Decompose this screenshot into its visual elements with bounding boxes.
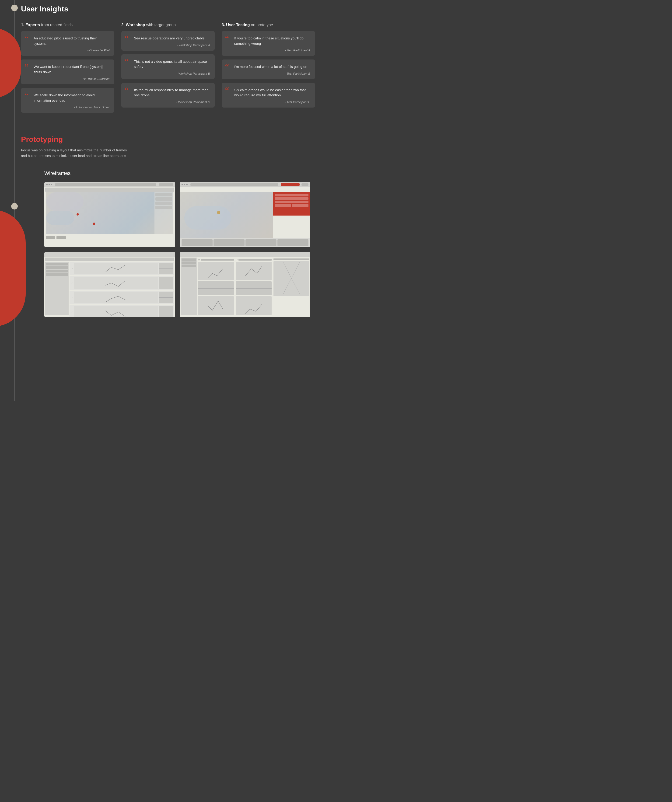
quote-text-2-1: Sea rescue operations are very unpredict… (126, 36, 210, 41)
wf2-red-row-1 (275, 194, 308, 196)
quote-author-1-2: - Air Traffic Controller (26, 77, 110, 81)
wf3-chart-1 (74, 263, 158, 274)
timeline-dot-1 (11, 5, 18, 11)
wf2-bottom-col-3 (246, 239, 277, 246)
wf2-bottom-bar (180, 238, 310, 247)
wf4-chart-2 (198, 296, 234, 315)
quote-text-2-2: This is not a video game, its all about … (126, 59, 210, 70)
wf2-red-row-3 (275, 200, 308, 203)
wf3-sidebar (45, 262, 69, 315)
quote-card-2-3: “ Its too much responsibility to manage … (121, 83, 215, 108)
quote-author-3-3: - Test Participant C (226, 100, 310, 104)
quote-text-1-1: An educated pilot is used to trusting th… (26, 36, 110, 46)
wf4-col-header-3 (274, 259, 309, 260)
insights-column-3: 3. User Testing on prototype “ If you're… (222, 23, 315, 116)
wf4-col-header-1: ↓↑ (198, 259, 234, 261)
insights-grid: 1. Experts from related fields “ An educ… (21, 23, 315, 116)
wf4-chart-3 (236, 262, 272, 280)
wf3-cross-1 (159, 263, 173, 274)
column-header-bold-3: 3. User Testing (222, 23, 250, 27)
wf2-terrain-blob (185, 206, 231, 230)
wf4-chart-1 (198, 262, 234, 280)
wf4-main: ↓↑ (198, 257, 309, 315)
wf1-button-area (44, 234, 175, 241)
wf3-arrow-4: ↓↑ (70, 311, 73, 313)
wf3-sidebar-row-4 (46, 273, 68, 276)
wf2-header (180, 182, 310, 187)
wf3-arrow-3: ↓↑ (70, 296, 73, 299)
timeline-dot-2 (11, 203, 18, 210)
quote-author-2-3: - Workshop Participant C (126, 100, 210, 104)
wireframe-3: ↓↑ ↓↑ (44, 252, 175, 317)
quote-text-2-3: Its too much responsibility to manage mo… (126, 87, 210, 98)
wf4-col-group-1: ↓↑ (198, 257, 234, 315)
wf3-header (44, 252, 175, 257)
wf1-map-area (46, 192, 173, 234)
wf4-chart-4 (236, 296, 272, 315)
wf3-row-4: ↓↑ (70, 305, 174, 317)
wf1-btn-2[interactable] (57, 236, 66, 239)
wf4-sidebar (181, 257, 197, 315)
column-header-bold-1: 1. Experts (21, 23, 40, 27)
wf3-sidebar-row-3 (46, 270, 68, 272)
wf1-dot-b (49, 184, 50, 185)
wf4-cross-2 (236, 281, 272, 295)
quote-card-2-1: “ Sea rescue operations are very unpredi… (121, 31, 215, 51)
wf2-red-panel (273, 192, 310, 215)
wf3-main: ↓↑ ↓↑ (70, 262, 174, 315)
insights-column-1: 1. Experts from related fields “ An educ… (21, 23, 114, 116)
quote-text-3-1: If you're too calm in these situations y… (226, 36, 310, 46)
wf4-col-header-2: ↓↑ (236, 259, 272, 261)
wf3-chart-2 (74, 277, 158, 289)
quote-card-2-2: “ This is not a video game, its all abou… (121, 54, 215, 79)
prototyping-title: Prototyping (21, 135, 315, 144)
wf3-cross-3 (159, 292, 173, 303)
wf4-sidebar-row-1 (181, 259, 196, 261)
wf1-btn-1[interactable] (46, 236, 55, 239)
wf1-panel-row-4 (155, 206, 172, 209)
quote-author-3-2: - Test Participant B (226, 72, 310, 75)
wf3-row-3: ↓↑ (70, 291, 174, 304)
quote-author-3-1: - Test Participant A (226, 49, 310, 52)
wf2-body (180, 187, 310, 247)
wf1-dot-c (51, 184, 52, 185)
quote-card-3-1: “ If you're too calm in these situations… (222, 31, 315, 56)
wf1-dot-a (46, 184, 48, 185)
wf1-panel-row-2 (155, 197, 172, 200)
wf1-header (44, 182, 175, 187)
quote-text-3-2: I'm more focused when a lot of stuff is … (226, 64, 310, 70)
quote-card-3-2: “ I'm more focused when a lot of stuff i… (222, 60, 315, 79)
page-title: User Insights (21, 5, 68, 13)
wf2-dot-a (181, 184, 183, 185)
wf2-dot-c (186, 184, 188, 185)
quote-mark-2-2: “ (125, 58, 129, 67)
wf3-toolbar (45, 257, 174, 261)
column-header-1: 1. Experts from related fields (21, 23, 114, 27)
quote-author-1-3: - Autonomous Truck Driver (26, 105, 110, 109)
quote-card-1-3: “ We scale down the information to avoid… (21, 88, 114, 113)
wf2-red-row-2 (275, 197, 308, 200)
column-header-2: 2. Workshop with target group (121, 23, 215, 27)
wf4-header (180, 252, 310, 257)
wireframe-1 (44, 182, 175, 247)
quote-author-1-1: - Comercial Pilot (26, 49, 110, 52)
wf1-toolbar (45, 188, 174, 192)
quote-text-1-2: We want to keep it redundant if one [sys… (26, 64, 110, 74)
wireframes-grid: ↓↑ ↓↑ (44, 182, 310, 317)
wireframes-title: Wireframes (44, 170, 315, 176)
wf3-sidebar-row-2 (46, 266, 68, 269)
wf3-chart-3 (74, 292, 158, 303)
wf3-content: ↓↑ ↓↑ (45, 262, 174, 315)
wf3-cross-2 (159, 277, 173, 289)
column-cards-3: “ If you're too calm in these situations… (222, 31, 315, 111)
wireframe-2 (180, 182, 310, 247)
quote-mark-2-1: “ (125, 34, 129, 44)
quote-mark-1-3: “ (24, 91, 29, 100)
quote-text-3-3: Six calm drones would be easier than two… (226, 87, 310, 98)
wf2-map-area (180, 192, 273, 238)
wf4-col-group-2: ↓↑ (236, 257, 272, 315)
wf1-side-panel (154, 192, 173, 234)
wf2-bottom-col-4 (277, 239, 308, 246)
wf2-dot-b (184, 184, 185, 185)
quote-card-3-3: “ Six calm drones would be easier than t… (222, 83, 315, 108)
